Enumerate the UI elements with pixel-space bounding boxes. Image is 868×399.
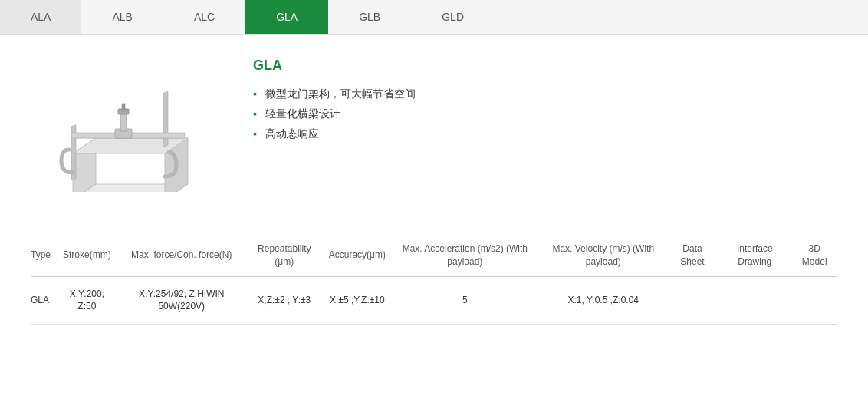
cell-acceleration: 5: [390, 276, 540, 325]
cell-stroke: X,Y:200; Z:50: [55, 276, 119, 325]
col-acceleration: Max. Acceleration (m/s2) (With payload): [390, 235, 540, 276]
feature-item-2: 轻量化横梁设计: [253, 107, 416, 121]
tab-navigation: ALA ALB ALC GLA GLB GLD: [0, 0, 868, 35]
cell-interface-drawing: [718, 276, 791, 325]
product-section: GLA 微型龙门架构，可大幅节省空间 轻量化横梁设计 高动态响应: [31, 58, 837, 219]
machine-illustration: [38, 61, 199, 192]
specs-section: Type Stroke(mm) Max. force/Con. force(N)…: [31, 219, 837, 325]
content-area: GLA 微型龙门架构，可大幅节省空间 轻量化横梁设计 高动态响应 Type St…: [0, 35, 868, 325]
feature-list: 微型龙门架构，可大幅节省空间 轻量化横梁设计 高动态响应: [253, 87, 416, 141]
specs-table: Type Stroke(mm) Max. force/Con. force(N)…: [31, 235, 837, 325]
cell-type: GLA: [31, 276, 55, 325]
cell-velocity: X:1, Y:0.5 ,Z:0.04: [540, 276, 667, 325]
svg-rect-11: [122, 104, 125, 110]
feature-item-1: 微型龙门架构，可大幅节省空间: [253, 87, 416, 101]
table-header-row: Type Stroke(mm) Max. force/Con. force(N)…: [31, 235, 837, 276]
col-type: Type: [31, 235, 55, 276]
tab-alc[interactable]: ALC: [163, 0, 245, 34]
feature-item-3: 高动态响应: [253, 127, 416, 141]
col-velocity: Max. Velocity (m/s) (With payload): [540, 235, 667, 276]
tab-glb[interactable]: GLB: [328, 0, 411, 34]
product-image: [31, 58, 207, 196]
product-title: GLA: [253, 58, 416, 74]
tab-alb[interactable]: ALB: [81, 0, 163, 34]
tab-gld[interactable]: GLD: [411, 0, 495, 34]
col-stroke: Stroke(mm): [55, 235, 119, 276]
tab-ala[interactable]: ALA: [0, 0, 81, 34]
cell-accuracy: X:±5 ;Y,Z:±10: [324, 276, 390, 325]
table-row: GLA X,Y:200; Z:50 X,Y:254/92; Z:HIWIN 50…: [31, 276, 837, 325]
product-info: GLA 微型龙门架构，可大幅节省空间 轻量化横梁设计 高动态响应: [207, 58, 416, 147]
cell-3d-model: [791, 276, 837, 325]
col-accuracy: Accuracy(μm): [324, 235, 390, 276]
cell-datasheet: [667, 276, 718, 325]
cell-repeatability: X,Z:±2 ; Y:±3: [245, 276, 324, 325]
col-interface-drawing: Interface Drawing: [718, 235, 791, 276]
col-repeatability: Repeatability (μm): [245, 235, 324, 276]
col-datasheet: Data Sheet: [667, 235, 718, 276]
cell-force: X,Y:254/92; Z:HIWIN 50W(220V): [119, 276, 245, 325]
col-3d-model: 3D Model: [791, 235, 837, 276]
col-force: Max. force/Con. force(N): [119, 235, 245, 276]
tab-gla[interactable]: GLA: [245, 0, 328, 34]
